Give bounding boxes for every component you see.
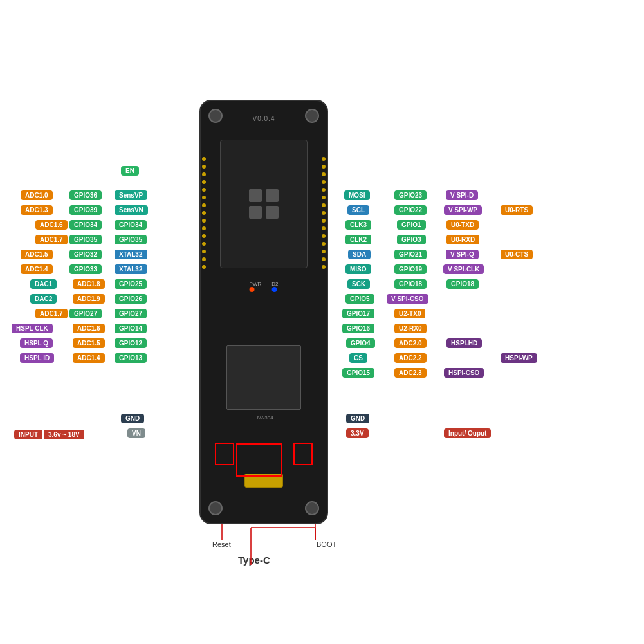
d2-label: D2 (271, 281, 278, 287)
tag-adc1-6-r: ADC1.6 (73, 324, 105, 333)
tag-u0-cts: U0-CTS (501, 250, 533, 259)
tag-gpio35: GPIO35 (69, 235, 102, 244)
tag-adc1-7-l2: ADC1.7 (35, 309, 68, 318)
pwr-led (250, 287, 255, 292)
pwr-area: PWR D2 (250, 281, 279, 292)
tag-adc1-4-r: ADC1.4 (73, 353, 105, 363)
tag-adc1-8: ADC1.8 (73, 279, 105, 289)
tag-miso: MISO (345, 264, 371, 274)
tag-sck: SCK (347, 279, 370, 289)
tag-gpio26: GPIO26 (115, 294, 147, 304)
tag-gpio12: GPIO12 (115, 338, 147, 348)
tag-vspi-clk: V SPI-CLK (443, 264, 484, 274)
tag-adc1-4: ADC1.4 (21, 264, 53, 274)
tag-dac1: DAC1 (30, 279, 57, 289)
ic-chip: HW-394 (226, 345, 301, 410)
tag-gpio18: GPIO18 (394, 279, 427, 289)
tag-gpio14: GPIO14 (115, 324, 147, 333)
tag-gpio17: GPIO17 (342, 309, 374, 318)
tag-hspl-clk: HSPL CLK (12, 324, 53, 333)
corner-hole-tr (305, 109, 319, 123)
tag-adc1-5-r: ADC1.5 (73, 338, 105, 348)
tag-hspi-cso: HSPI-CSO (444, 368, 484, 378)
tag-gnd-left: GND (121, 414, 144, 423)
tag-input: INPUT (14, 430, 42, 439)
tag-gpio27-l: GPIO27 (115, 309, 147, 318)
tag-adc1-6-l: ADC1.6 (35, 220, 68, 230)
tag-gpio1: GPIO1 (397, 220, 426, 230)
tag-xtal32-2: XTAL32 (115, 264, 147, 274)
tag-gpio33: GPIO33 (69, 264, 102, 274)
tag-gpio27: GPIO27 (69, 309, 102, 318)
tag-input-output: Input/ Ouput (444, 428, 491, 438)
tag-sensvp: SensVP (115, 190, 147, 200)
corner-hole-bl (208, 501, 223, 515)
tag-gpio4: GPIO4 (346, 338, 375, 348)
pwr-label: PWR (250, 281, 262, 287)
tag-gpio34: GPIO34 (69, 220, 102, 230)
tag-gpio18-r: GPIO18 (446, 279, 479, 289)
tag-sensvn: SensVN (115, 205, 148, 215)
tag-en: EN (121, 166, 139, 176)
corner-hole-br (305, 501, 319, 515)
boot-button-highlight (293, 443, 313, 465)
left-pin-row (201, 143, 207, 477)
tag-adc1-9: ADC1.9 (73, 294, 105, 304)
board-version: V0.0.4 (253, 115, 275, 122)
tag-gpio35-l: GPIO35 (115, 235, 147, 244)
tag-gpio34-l: GPIO34 (115, 220, 147, 230)
module-antenna-dots (249, 189, 279, 219)
right-pin-row (320, 143, 327, 477)
tag-gpio23: GPIO23 (394, 190, 427, 200)
main-container: V0.0.4 PWR D2 HW-394 (0, 0, 644, 644)
tag-mosi: MOSI (344, 190, 370, 200)
tag-gpio39: GPIO39 (69, 205, 102, 215)
tag-cs: CS (349, 353, 367, 363)
tag-xtal32-1: XTAL32 (115, 250, 147, 259)
tag-vspi-q: V SPI-Q (446, 250, 479, 259)
tag-adc1-5: ADC1.5 (21, 250, 53, 259)
tag-u2-tx0: U2-TX0 (394, 309, 425, 318)
tag-u2-rx0: U2-RX0 (394, 324, 427, 333)
tag-gpio21: GPIO21 (394, 250, 427, 259)
label-reset: Reset (212, 540, 231, 548)
tag-vspi-cso: V SPI-CSO (387, 294, 428, 304)
tag-gpio22: GPIO22 (394, 205, 427, 215)
tag-vspi-wp: V SPI-WP (444, 205, 482, 215)
tag-scl: SCL (347, 205, 369, 215)
tag-gpio32: GPIO32 (69, 250, 102, 259)
tag-gpio25: GPIO25 (115, 279, 147, 289)
tag-dac2: DAC2 (30, 294, 57, 304)
tag-gpio13: GPIO13 (115, 353, 147, 363)
tag-gpio16: GPIO16 (342, 324, 374, 333)
ic-chip-label: HW-394 (254, 415, 273, 421)
tag-3v3: 3.3V (346, 428, 369, 438)
esp32-board: V0.0.4 PWR D2 HW-394 (199, 100, 328, 524)
tag-u0-rts: U0-RTS (501, 205, 533, 215)
tag-gpio5: GPIO5 (345, 294, 374, 304)
label-typec: Type-C (238, 555, 270, 566)
tag-gpio3: GPIO3 (397, 235, 426, 244)
reset-button-highlight (215, 443, 234, 465)
d2-led (271, 287, 277, 292)
tag-adc1-3: ADC1.3 (21, 205, 53, 215)
tag-sda: SDA (348, 250, 371, 259)
tag-adc1-0: ADC1.0 (21, 190, 53, 200)
tag-vspi-d: V SPI-D (446, 190, 478, 200)
corner-hole-tl (208, 109, 223, 123)
tag-hspi-wp: HSPI-WP (501, 353, 537, 363)
tag-gpio36: GPIO36 (69, 190, 102, 200)
tag-gpio19: GPIO19 (394, 264, 427, 274)
tag-adc1-7-l: ADC1.7 (35, 235, 68, 244)
tag-adc2-3: ADC2.3 (394, 368, 427, 378)
tag-gnd-right: GND (346, 414, 369, 423)
tag-u0-txd: U0-TXD (446, 220, 479, 230)
tag-voltage-range: 3.6v ~ 18V (44, 430, 84, 439)
tag-adc2-0: ADC2.0 (394, 338, 427, 348)
label-boot: BOOT (317, 540, 336, 548)
tag-clk3: CLK3 (345, 220, 371, 230)
tag-gpio15: GPIO15 (342, 368, 374, 378)
tag-hspl-id: HSPL ID (20, 353, 54, 363)
tag-vn: VN (127, 428, 145, 438)
tag-adc2-2: ADC2.2 (394, 353, 427, 363)
